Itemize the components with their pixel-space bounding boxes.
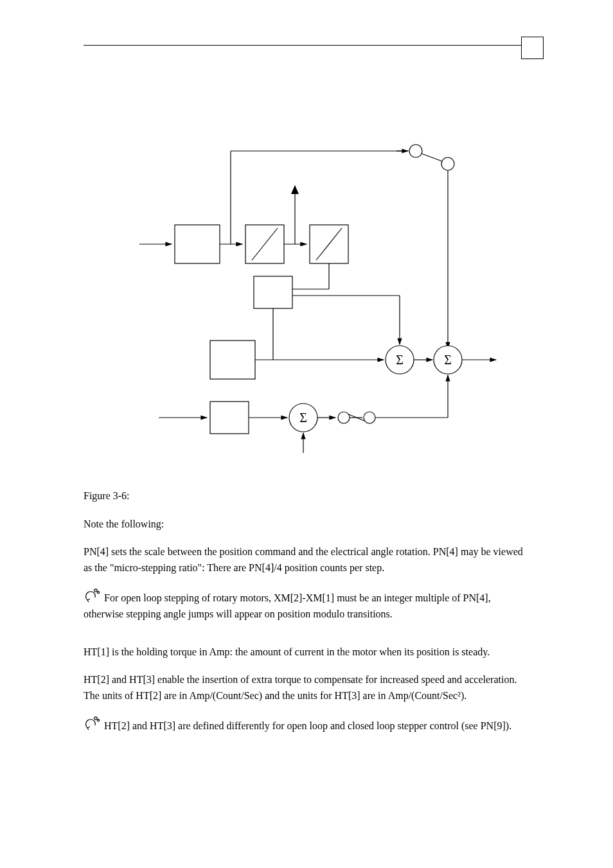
svg-point-12 [441, 157, 454, 170]
svg-point-48 [97, 592, 99, 594]
paragraph-pn4: PN[4] sets the scale between the positio… [84, 544, 529, 576]
svg-point-47 [94, 589, 97, 592]
header-rule [84, 45, 529, 71]
svg-point-50 [97, 720, 99, 722]
svg-point-10 [409, 145, 422, 157]
paragraph-ht23: HT[2] and HT[3] enable the insertion of … [84, 672, 529, 704]
block-diagram: Σ Σ Σ [84, 103, 529, 463]
svg-marker-15 [291, 185, 299, 194]
paragraph-ht1: HT[1] is the holding torque in Amp: the … [84, 644, 529, 660]
note-following: Note the following: [84, 517, 529, 533]
sigma-symbol-1: Σ [396, 353, 404, 367]
svg-rect-19 [254, 276, 292, 308]
svg-point-49 [94, 717, 97, 720]
note-ht-defined: HT[2] and HT[3] are defined differently … [84, 715, 529, 734]
svg-rect-20 [210, 341, 255, 379]
sigma-symbol-3: Σ [299, 411, 307, 425]
note-text-2: HT[2] and HT[3] are defined differently … [104, 720, 511, 731]
svg-rect-1 [175, 225, 220, 263]
sigma-symbol-2: Σ [444, 353, 452, 367]
svg-point-41 [338, 412, 350, 423]
figure-caption: Figure 3-6: [84, 488, 529, 504]
svg-point-43 [364, 412, 375, 423]
header-page-box [521, 37, 544, 59]
note-icon [84, 587, 100, 603]
svg-rect-36 [210, 402, 249, 434]
note-xm-modulo: For open loop stepping of rotary motors,… [84, 587, 529, 623]
svg-line-13 [422, 154, 442, 161]
note-text-1: For open loop stepping of rotary motors,… [84, 592, 491, 619]
note-icon [84, 715, 100, 731]
